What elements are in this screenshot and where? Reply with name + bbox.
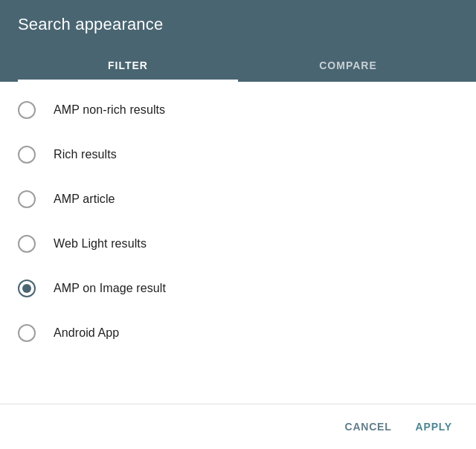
option-amp-image[interactable]: AMP on Image result: [0, 266, 476, 311]
dialog-title: Search appearance: [18, 15, 458, 34]
option-amp-non-rich[interactable]: AMP non-rich results: [0, 88, 476, 132]
option-label-android-app: Android App: [54, 326, 119, 340]
radio-button-amp-non-rich[interactable]: [18, 101, 36, 119]
tab-compare[interactable]: COMPARE: [238, 49, 458, 82]
dialog-footer: CANCEL APPLY: [0, 404, 476, 449]
option-label-amp-image: AMP on Image result: [54, 282, 166, 295]
apply-button[interactable]: APPLY: [404, 413, 464, 440]
search-appearance-dialog: Search appearance FILTER COMPARE AMP non…: [0, 0, 476, 449]
option-amp-article[interactable]: AMP article: [0, 177, 476, 222]
option-label-amp-article: AMP article: [54, 193, 115, 206]
dialog-header: Search appearance FILTER COMPARE: [0, 0, 476, 82]
option-label-rich-results: Rich results: [54, 148, 117, 161]
option-label-web-light: Web Light results: [54, 237, 147, 251]
tab-bar: FILTER COMPARE: [18, 49, 458, 82]
radio-button-amp-image[interactable]: [18, 280, 36, 297]
radio-button-rich-results[interactable]: [18, 146, 36, 164]
tab-filter[interactable]: FILTER: [18, 49, 238, 82]
option-rich-results[interactable]: Rich results: [0, 132, 476, 177]
options-list: AMP non-rich results Rich results AMP ar…: [0, 82, 476, 404]
option-label-amp-non-rich: AMP non-rich results: [54, 103, 165, 117]
radio-selected-indicator: [22, 284, 31, 293]
radio-button-web-light[interactable]: [18, 235, 36, 253]
option-web-light[interactable]: Web Light results: [0, 222, 476, 266]
cancel-button[interactable]: CANCEL: [332, 413, 403, 440]
radio-button-android-app[interactable]: [18, 324, 36, 342]
option-android-app[interactable]: Android App: [0, 311, 476, 355]
radio-button-amp-article[interactable]: [18, 190, 36, 208]
